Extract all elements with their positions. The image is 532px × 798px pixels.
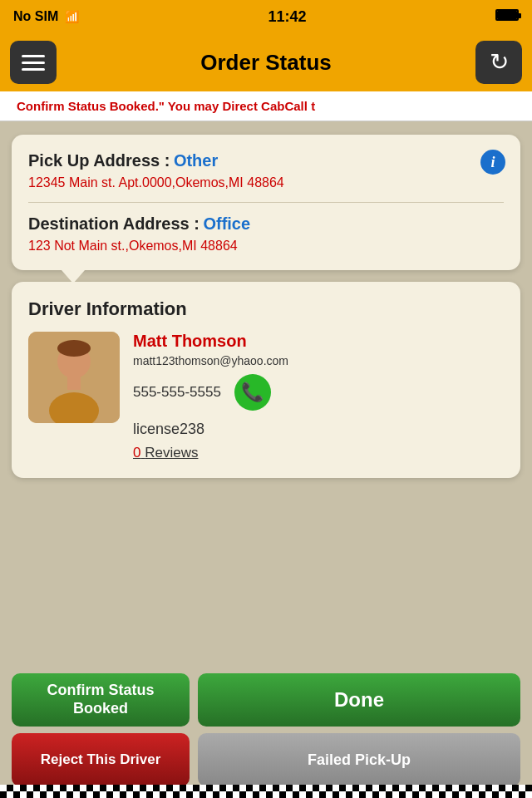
svg-rect-4: [67, 377, 81, 390]
battery-indicator: [495, 9, 519, 24]
bottom-actions: Confirm Status Booked Done Reject This D…: [0, 665, 532, 798]
main-content: i Pick Up Address : Other 12345 Main st.…: [0, 121, 532, 665]
menu-button[interactable]: [10, 41, 57, 84]
driver-section-title: Driver Information: [28, 298, 504, 320]
reviews-label: Reviews: [145, 445, 198, 461]
hamburger-icon: [22, 55, 45, 71]
confirm-status-button[interactable]: Confirm Status Booked: [12, 673, 190, 727]
driver-phone-row: 555-555-5555 📞: [133, 374, 504, 411]
pickup-label: Pick Up Address :: [28, 151, 170, 170]
info-icon-button[interactable]: i: [480, 150, 505, 175]
page-title: Order Status: [57, 50, 475, 76]
destination-label: Destination Address :: [28, 214, 200, 233]
address-card: i Pick Up Address : Other 12345 Main st.…: [12, 135, 520, 270]
review-count: 0: [133, 445, 140, 461]
driver-name: Matt Thomson: [133, 332, 504, 351]
refresh-button[interactable]: ↻: [475, 41, 522, 84]
status-bar: No SIM 📶 11:42: [0, 0, 532, 33]
done-button[interactable]: Done: [198, 673, 520, 727]
carrier-info: No SIM 📶: [13, 9, 79, 24]
destination-row: Destination Address : Office 123 Not Mai…: [28, 214, 504, 254]
refresh-icon: ↻: [490, 51, 509, 74]
call-button[interactable]: 📞: [234, 374, 271, 411]
driver-license: license238: [133, 421, 504, 438]
driver-avatar: [28, 332, 120, 423]
driver-email: matt123thomson@yhaoo.com: [133, 354, 504, 367]
header: Order Status ↻: [0, 33, 532, 91]
clock: 11:42: [268, 8, 307, 26]
driver-info-row: Matt Thomson matt123thomson@yhaoo.com 55…: [28, 332, 504, 461]
carrier-label: No SIM: [13, 9, 58, 24]
driver-card: Driver Information Matt Thomson matt123t…: [12, 282, 520, 478]
pickup-detail: 12345 Main st. Apt.0000,Okemos,MI 48864: [28, 175, 504, 190]
banner-text: Confirm Status Booked." You may Direct C…: [0, 99, 315, 113]
status-banner: Confirm Status Booked." You may Direct C…: [0, 91, 532, 121]
top-button-row: Confirm Status Booked Done: [12, 673, 520, 727]
pickup-row: Pick Up Address : Other 12345 Main st. A…: [28, 151, 504, 190]
pickup-type: Other: [174, 151, 218, 170]
wifi-icon: 📶: [65, 10, 79, 23]
phone-icon: 📞: [241, 382, 264, 403]
svg-point-2: [57, 340, 91, 357]
failed-pickup-button[interactable]: Failed Pick-Up: [198, 733, 520, 786]
driver-phone: 555-555-5555: [133, 384, 221, 401]
destination-detail: 123 Not Main st.,Okemos,MI 48864: [28, 239, 504, 254]
reject-driver-button[interactable]: Reject This Driver: [12, 733, 190, 786]
checkered-border: [0, 785, 532, 798]
destination-type: Office: [203, 214, 250, 233]
bottom-button-row: Reject This Driver Failed Pick-Up: [12, 733, 520, 786]
driver-reviews[interactable]: 0 Reviews: [133, 445, 504, 461]
address-divider: [28, 202, 504, 203]
driver-details: Matt Thomson matt123thomson@yhaoo.com 55…: [133, 332, 504, 461]
